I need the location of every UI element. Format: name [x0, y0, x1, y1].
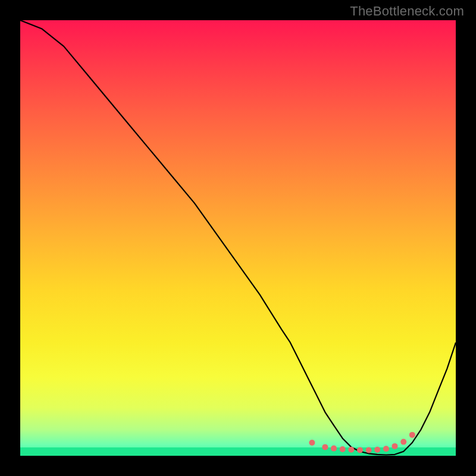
marker-dot — [374, 447, 380, 453]
marker-dot — [309, 440, 315, 446]
marker-dot — [357, 447, 363, 453]
marker-dot — [400, 439, 406, 445]
watermark-text: TheBottleneck.com — [350, 4, 464, 19]
marker-dot — [383, 446, 389, 452]
chart-svg — [20, 20, 456, 456]
marker-dot — [340, 446, 346, 452]
marker-dot — [392, 443, 398, 449]
marker-dot — [409, 432, 415, 438]
plot-area — [20, 20, 456, 456]
marker-dot — [366, 447, 372, 453]
marker-dots-group — [309, 432, 415, 453]
chart-frame: TheBottleneck.com — [0, 0, 476, 476]
marker-dot — [348, 447, 354, 453]
bottleneck-curve-line — [20, 20, 456, 455]
marker-dot — [331, 446, 337, 452]
marker-dot — [322, 444, 328, 450]
